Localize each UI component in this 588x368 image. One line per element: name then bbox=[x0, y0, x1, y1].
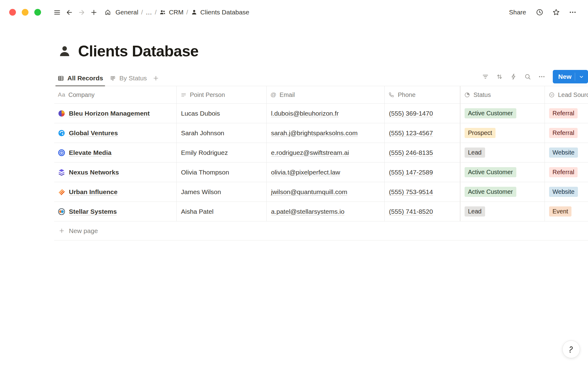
lead-source-cell[interactable]: Referral bbox=[545, 163, 588, 182]
column-header-email[interactable]: @ Email bbox=[267, 86, 385, 103]
zoom-window-button[interactable] bbox=[34, 9, 41, 16]
company-cell[interactable]: Urban Influence bbox=[54, 182, 177, 201]
help-button[interactable] bbox=[562, 340, 580, 358]
point-person-cell[interactable]: Aisha Patel bbox=[177, 202, 267, 221]
lead-source-cell[interactable]: Referral bbox=[545, 104, 588, 123]
point-person-cell[interactable]: James Wilson bbox=[177, 182, 267, 201]
new-tab-button[interactable] bbox=[88, 6, 100, 18]
topbar: General / … / CRM / Clients Database Sha… bbox=[0, 0, 588, 25]
page-content: Clients Database All Records By Status N… bbox=[0, 42, 588, 240]
phone-cell[interactable]: (555) 741-8520 bbox=[385, 202, 460, 221]
home-icon bbox=[104, 9, 111, 16]
search-button[interactable] bbox=[522, 71, 534, 83]
breadcrumb: General / … / CRM / Clients Database bbox=[102, 7, 251, 17]
column-header-status[interactable]: Status bbox=[460, 86, 545, 103]
status-cell[interactable]: Active Customer bbox=[460, 182, 545, 201]
status-cell[interactable]: Lead bbox=[460, 202, 545, 221]
lead-source-badge: Event bbox=[549, 206, 571, 217]
share-button[interactable]: Share bbox=[506, 7, 529, 18]
column-header-lead-source[interactable]: Lead Source bbox=[545, 86, 588, 103]
email-cell[interactable]: l.dubois@bleuhorizon.fr bbox=[267, 104, 385, 123]
company-cell[interactable]: Elevate Media bbox=[54, 143, 177, 162]
sort-button[interactable] bbox=[493, 71, 506, 83]
plus-icon bbox=[90, 9, 98, 16]
email-cell[interactable]: sarah.j@brightsparksolns.com bbox=[267, 123, 385, 143]
tab-all-records[interactable]: All Records bbox=[54, 71, 106, 86]
status-badge: Lead bbox=[465, 206, 485, 217]
email-cell[interactable]: a.patel@stellarsystems.io bbox=[267, 202, 385, 221]
column-header-company[interactable]: Aa Company bbox=[54, 86, 177, 103]
favorite-button[interactable] bbox=[550, 6, 562, 18]
arrow-right-icon bbox=[78, 9, 85, 16]
arrow-left-icon bbox=[66, 9, 73, 16]
minimize-window-button[interactable] bbox=[22, 9, 28, 16]
add-view-button[interactable] bbox=[150, 71, 162, 86]
board-view-icon bbox=[109, 75, 116, 82]
breadcrumb-ellipsis-button[interactable]: … bbox=[144, 7, 154, 17]
breadcrumb-item-general[interactable]: General bbox=[113, 7, 141, 17]
automation-button[interactable] bbox=[507, 71, 520, 83]
title-property-icon: Aa bbox=[58, 91, 65, 98]
filter-button[interactable] bbox=[479, 71, 492, 83]
company-logo-icon bbox=[58, 149, 65, 156]
company-logo-icon bbox=[58, 169, 65, 176]
breadcrumb-item-clients-database[interactable]: Clients Database bbox=[189, 7, 251, 17]
close-window-button[interactable] bbox=[9, 9, 16, 16]
updates-button[interactable] bbox=[533, 6, 546, 18]
lead-source-cell[interactable]: Website bbox=[545, 182, 588, 201]
phone-cell[interactable]: (555) 369-1470 bbox=[385, 104, 460, 123]
clock-icon bbox=[536, 8, 544, 16]
lead-source-cell[interactable]: Referral bbox=[545, 123, 588, 143]
email-cell[interactable]: jwilson@quantumquill.com bbox=[267, 182, 385, 201]
phone-cell[interactable]: (555) 147-2589 bbox=[385, 163, 460, 182]
lead-source-badge: Website bbox=[549, 187, 578, 197]
status-badge: Active Customer bbox=[465, 187, 516, 197]
star-icon bbox=[552, 8, 560, 16]
company-cell[interactable]: Bleu Horizon Management bbox=[54, 104, 177, 123]
status-cell[interactable]: Prospect bbox=[460, 123, 545, 143]
filter-icon bbox=[482, 73, 489, 80]
back-button[interactable] bbox=[63, 6, 75, 18]
phone-property-icon bbox=[388, 92, 395, 98]
more-options-button[interactable] bbox=[567, 6, 579, 18]
company-cell[interactable]: Stellar Systems bbox=[54, 202, 177, 221]
column-header-phone[interactable]: Phone bbox=[385, 86, 460, 103]
tab-by-status[interactable]: By Status bbox=[106, 71, 150, 86]
lead-source-badge: Website bbox=[549, 148, 578, 158]
company-logo-icon bbox=[58, 110, 65, 117]
breadcrumb-item-crm[interactable]: CRM bbox=[157, 7, 186, 17]
page-title[interactable]: Clients Database bbox=[78, 42, 198, 60]
point-person-cell[interactable]: Lucas Dubois bbox=[177, 104, 267, 123]
status-cell[interactable]: Active Customer bbox=[460, 163, 545, 182]
lead-source-cell[interactable]: Website bbox=[545, 143, 588, 162]
phone-cell[interactable]: (555) 753-9514 bbox=[385, 182, 460, 201]
page-person-icon[interactable] bbox=[57, 44, 72, 59]
point-person-cell[interactable]: Emily Rodriguez bbox=[177, 143, 267, 162]
point-person-cell[interactable]: Sarah Johnson bbox=[177, 123, 267, 143]
email-cell[interactable]: e.rodriguez@swiftstream.ai bbox=[267, 143, 385, 162]
forward-button[interactable] bbox=[75, 6, 88, 18]
column-header-point-person[interactable]: Point Person bbox=[177, 86, 267, 103]
company-cell[interactable]: Nexus Networks bbox=[54, 163, 177, 182]
company-cell[interactable]: Global Ventures bbox=[54, 123, 177, 143]
email-cell[interactable]: olivia.t@pixelperfect.law bbox=[267, 163, 385, 182]
breadcrumb-home-button[interactable] bbox=[102, 7, 113, 17]
table-row: Urban Influence James Wilson jwilson@qua… bbox=[54, 182, 588, 202]
lead-source-badge: Referral bbox=[549, 128, 578, 138]
view-options-button[interactable] bbox=[536, 71, 548, 83]
table-view-icon bbox=[57, 75, 64, 82]
lead-source-badge: Referral bbox=[549, 167, 578, 177]
phone-cell[interactable]: (555) 123-4567 bbox=[385, 123, 460, 143]
sidebar-toggle-button[interactable] bbox=[51, 6, 63, 18]
point-person-cell[interactable]: Olivia Thompson bbox=[177, 163, 267, 182]
company-logo-icon bbox=[58, 208, 65, 215]
phone-cell[interactable]: (555) 246-8135 bbox=[385, 143, 460, 162]
table-body: Bleu Horizon Management Lucas Dubois l.d… bbox=[54, 104, 588, 221]
people-icon bbox=[159, 9, 166, 16]
new-page-button[interactable]: New page bbox=[54, 221, 588, 240]
status-cell[interactable]: Lead bbox=[460, 143, 545, 162]
status-cell[interactable]: Active Customer bbox=[460, 104, 545, 123]
new-record-button[interactable]: New bbox=[553, 70, 588, 83]
plus-icon bbox=[153, 75, 159, 82]
lead-source-cell[interactable]: Event bbox=[545, 202, 588, 221]
